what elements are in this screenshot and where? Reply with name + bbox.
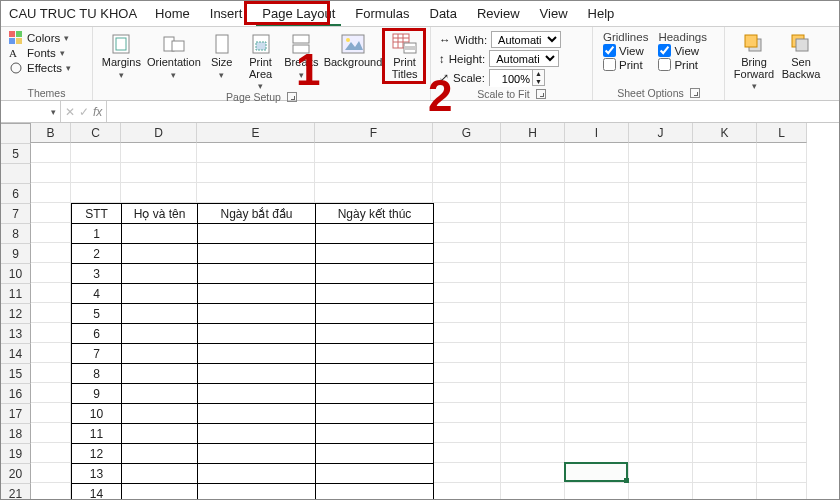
enter-icon[interactable]: ✓ (79, 105, 89, 119)
cell[interactable] (757, 443, 807, 463)
cell[interactable] (315, 163, 433, 183)
cell[interactable] (315, 183, 433, 203)
scalefit-launcher[interactable] (536, 89, 546, 99)
cell[interactable] (565, 343, 629, 363)
cell[interactable] (565, 263, 629, 283)
row-header[interactable]: 5 (1, 144, 31, 164)
row-header[interactable]: 16 (1, 384, 31, 404)
table-cell[interactable] (316, 244, 434, 264)
spreadsheet-grid[interactable]: 567891011121314151617181920212223 BCDEFG… (1, 123, 839, 499)
table-cell[interactable] (122, 344, 198, 364)
cell[interactable] (31, 423, 71, 443)
cell[interactable] (565, 383, 629, 403)
fx-icon[interactable]: fx (93, 105, 102, 119)
row-header[interactable]: 9 (1, 244, 31, 264)
column-header-E[interactable]: E (197, 123, 315, 143)
cell[interactable] (693, 223, 757, 243)
cell[interactable] (197, 163, 315, 183)
column-header-G[interactable]: G (433, 123, 501, 143)
table-cell[interactable]: 6 (72, 324, 122, 344)
table-cell[interactable] (198, 384, 316, 404)
tab-view[interactable]: View (530, 1, 578, 26)
cell[interactable] (31, 383, 71, 403)
cell[interactable] (31, 323, 71, 343)
cell[interactable] (31, 463, 71, 483)
cell[interactable] (433, 483, 501, 500)
size-button[interactable]: Size▾ (202, 29, 241, 81)
table-cell[interactable] (316, 224, 434, 244)
table-cell[interactable]: 8 (72, 364, 122, 384)
table-cell[interactable]: 12 (72, 444, 122, 464)
cell[interactable] (757, 343, 807, 363)
table-cell[interactable] (198, 324, 316, 344)
cell[interactable] (565, 183, 629, 203)
cell[interactable] (31, 363, 71, 383)
cell[interactable] (757, 483, 807, 500)
cell[interactable] (501, 223, 565, 243)
column-header-J[interactable]: J (629, 123, 693, 143)
cell[interactable] (433, 323, 501, 343)
cell[interactable] (31, 283, 71, 303)
cell[interactable] (629, 483, 693, 500)
cell[interactable] (501, 383, 565, 403)
table-cell[interactable] (198, 364, 316, 384)
cell[interactable] (433, 163, 501, 183)
cell[interactable] (31, 183, 71, 203)
table-header[interactable]: Họ và tên (122, 204, 198, 224)
width-select[interactable]: Automatic (491, 31, 561, 48)
cell[interactable] (433, 423, 501, 443)
cell[interactable] (565, 283, 629, 303)
cell[interactable] (565, 163, 629, 183)
cell[interactable] (433, 363, 501, 383)
table-cell[interactable] (122, 264, 198, 284)
table-cell[interactable]: 5 (72, 304, 122, 324)
cell[interactable] (31, 263, 71, 283)
row-header[interactable]: 13 (1, 324, 31, 344)
gridlines-view-checkbox[interactable]: View (603, 44, 648, 57)
scale-up[interactable]: ▲ (532, 70, 544, 78)
cell[interactable] (565, 223, 629, 243)
table-cell[interactable] (316, 304, 434, 324)
cell[interactable] (629, 323, 693, 343)
table-cell[interactable]: 3 (72, 264, 122, 284)
row-header[interactable]: 20 (1, 464, 31, 484)
row-header[interactable]: 14 (1, 344, 31, 364)
table-cell[interactable] (198, 264, 316, 284)
cell[interactable] (31, 403, 71, 423)
cell[interactable] (501, 323, 565, 343)
cell[interactable] (629, 383, 693, 403)
cell[interactable] (629, 363, 693, 383)
table-cell[interactable]: 2 (72, 244, 122, 264)
cell[interactable] (757, 403, 807, 423)
table-cell[interactable] (198, 464, 316, 484)
cell[interactable] (565, 143, 629, 163)
cell[interactable] (693, 243, 757, 263)
table-cell[interactable] (122, 404, 198, 424)
row-header[interactable]: 21 (1, 484, 31, 500)
table-cell[interactable] (122, 224, 198, 244)
table-cell[interactable] (198, 344, 316, 364)
themes-fonts-button[interactable]: A Fonts▾ (9, 47, 71, 59)
cell[interactable] (629, 223, 693, 243)
table-cell[interactable]: 13 (72, 464, 122, 484)
cell[interactable] (757, 223, 807, 243)
cell[interactable] (433, 443, 501, 463)
scale-down[interactable]: ▼ (532, 78, 544, 86)
cell[interactable] (757, 203, 807, 223)
column-header-L[interactable]: L (757, 123, 807, 143)
formula-input[interactable] (107, 101, 839, 122)
cell[interactable] (629, 403, 693, 423)
row-header[interactable]: 15 (1, 364, 31, 384)
cell[interactable] (31, 443, 71, 463)
cell[interactable] (565, 323, 629, 343)
cell[interactable] (433, 203, 501, 223)
cell[interactable] (693, 183, 757, 203)
cell[interactable] (693, 203, 757, 223)
cell[interactable] (693, 343, 757, 363)
cell[interactable] (693, 323, 757, 343)
tab-formulas[interactable]: Formulas (345, 1, 419, 26)
print-area-button[interactable]: Print Area▾ (241, 29, 280, 91)
table-cell[interactable] (316, 364, 434, 384)
table-cell[interactable] (122, 384, 198, 404)
cell[interactable] (757, 463, 807, 483)
